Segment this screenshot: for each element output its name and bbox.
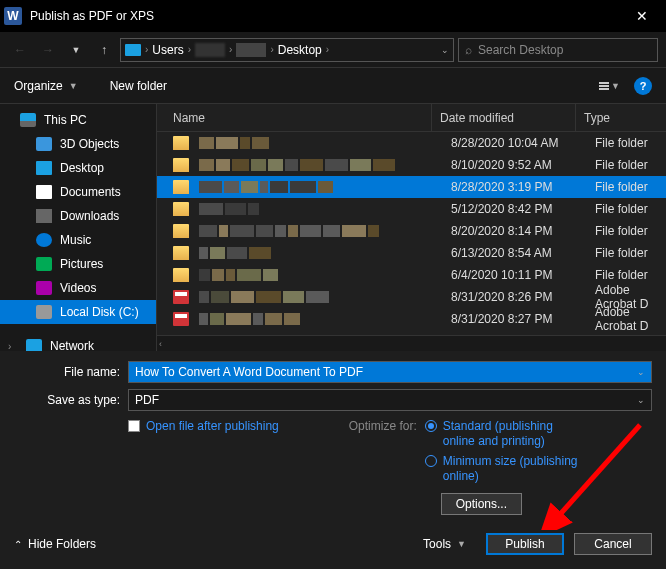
- chevron-right-icon: ›: [188, 44, 191, 55]
- chevron-right-icon: ›: [145, 44, 148, 55]
- nav-history-icon[interactable]: ▼: [64, 38, 88, 62]
- file-name-redacted: [199, 225, 445, 237]
- chevron-right-icon: ›: [229, 44, 232, 55]
- sidebar-item-downloads[interactable]: Downloads: [0, 204, 156, 228]
- sidebar-item-localdisk[interactable]: Local Disk (C:): [0, 300, 156, 324]
- scroll-bar[interactable]: ‹: [157, 335, 666, 351]
- sidebar: This PC 3D Objects Desktop Documents Dow…: [0, 104, 157, 351]
- folder-icon: [173, 202, 189, 216]
- file-name-redacted: [199, 137, 445, 149]
- file-row[interactable]: 8/10/2020 9:52 AMFile folder: [157, 154, 666, 176]
- file-list[interactable]: 8/28/2020 10:04 AMFile folder8/10/2020 9…: [157, 132, 666, 335]
- tools-menu[interactable]: Tools ▼: [423, 537, 466, 551]
- sidebar-item-network[interactable]: ›Network: [0, 334, 156, 351]
- chevron-down-icon: ⌃: [14, 539, 22, 550]
- file-type: File folder: [589, 268, 666, 282]
- file-date: 8/28/2020 10:04 AM: [445, 136, 589, 150]
- body-area: This PC 3D Objects Desktop Documents Dow…: [0, 104, 666, 351]
- new-folder-button[interactable]: New folder: [110, 79, 167, 93]
- search-icon: ⌕: [465, 43, 472, 57]
- column-name[interactable]: Name: [173, 111, 431, 125]
- file-area: Name Date modified Type 8/28/2020 10:04 …: [157, 104, 666, 351]
- file-row[interactable]: 8/31/2020 8:27 PMAdobe Acrobat D: [157, 308, 666, 330]
- column-type[interactable]: Type: [575, 104, 666, 131]
- nav-up-icon[interactable]: ↑: [92, 38, 116, 62]
- file-name-redacted: [199, 203, 445, 215]
- chevron-down-icon[interactable]: ⌄: [637, 367, 645, 377]
- breadcrumb[interactable]: › Users › › › Desktop › ⌄: [120, 38, 454, 62]
- view-mode-button[interactable]: ▼: [599, 81, 620, 91]
- chevron-down-icon: ▼: [611, 81, 620, 91]
- column-date[interactable]: Date modified: [431, 104, 575, 131]
- file-row[interactable]: 8/28/2020 10:04 AMFile folder: [157, 132, 666, 154]
- chevron-down-icon[interactable]: ⌄: [637, 395, 645, 405]
- chevron-down-icon: ▼: [457, 539, 466, 549]
- breadcrumb-dropdown-icon[interactable]: ⌄: [441, 45, 449, 55]
- sidebar-item-thispc[interactable]: This PC: [0, 108, 156, 132]
- radio-minimum[interactable]: Minimum size (publishing online): [425, 454, 583, 483]
- close-button[interactable]: ✕: [622, 8, 662, 24]
- file-type: File folder: [589, 246, 666, 260]
- network-icon: [26, 339, 42, 351]
- documents-icon: [36, 185, 52, 199]
- radio-icon: [425, 455, 437, 467]
- radio-standard[interactable]: Standard (publishing online and printing…: [425, 419, 583, 448]
- file-type: File folder: [589, 136, 666, 150]
- folder-icon: [173, 224, 189, 238]
- file-name-redacted: [199, 247, 445, 259]
- file-type: Adobe Acrobat D: [589, 305, 666, 333]
- file-row[interactable]: 8/20/2020 8:14 PMFile folder: [157, 220, 666, 242]
- pc-icon: [20, 113, 36, 127]
- videos-icon: [36, 281, 52, 295]
- file-type: File folder: [589, 224, 666, 238]
- file-date: 5/12/2020 8:42 PM: [445, 202, 589, 216]
- word-app-icon: W: [4, 7, 22, 25]
- desktop-icon: [36, 161, 52, 175]
- filename-label: File name:: [14, 365, 120, 379]
- open-after-checkbox[interactable]: Open file after publishing: [128, 419, 279, 433]
- file-date: 8/28/2020 3:19 PM: [445, 180, 589, 194]
- file-type: File folder: [589, 158, 666, 172]
- sidebar-item-3dobjects[interactable]: 3D Objects: [0, 132, 156, 156]
- options-button[interactable]: Options...: [441, 493, 522, 515]
- toolbar: Organize ▼ New folder ▼ ?: [0, 68, 666, 104]
- file-name-redacted: [199, 313, 445, 325]
- sidebar-item-music[interactable]: Music: [0, 228, 156, 252]
- saveas-select[interactable]: PDF ⌄: [128, 389, 652, 411]
- file-type: File folder: [589, 180, 666, 194]
- file-date: 8/10/2020 9:52 AM: [445, 158, 589, 172]
- nav-back-icon[interactable]: ←: [8, 38, 32, 62]
- checkbox-icon: [128, 420, 140, 432]
- window-title: Publish as PDF or XPS: [30, 9, 622, 23]
- search-placeholder: Search Desktop: [478, 43, 563, 57]
- file-row[interactable]: 6/13/2020 8:54 AMFile folder: [157, 242, 666, 264]
- breadcrumb-desktop[interactable]: Desktop: [278, 43, 322, 57]
- help-button[interactable]: ?: [634, 77, 652, 95]
- downloads-icon: [36, 209, 52, 223]
- cancel-button[interactable]: Cancel: [574, 533, 652, 555]
- publish-button[interactable]: Publish: [486, 533, 564, 555]
- file-date: 6/4/2020 10:11 PM: [445, 268, 589, 282]
- chevron-right-icon: ›: [326, 44, 329, 55]
- filename-input[interactable]: How To Convert A Word Document To PDF ⌄: [128, 361, 652, 383]
- publish-dialog: W Publish as PDF or XPS ✕ ← → ▼ ↑ › User…: [0, 0, 666, 569]
- pdf-icon: [173, 290, 189, 304]
- column-header-row: Name Date modified Type: [157, 104, 666, 132]
- file-name-redacted: [199, 159, 445, 171]
- folder-icon: [173, 268, 189, 282]
- sidebar-item-documents[interactable]: Documents: [0, 180, 156, 204]
- hide-folders-button[interactable]: ⌃ Hide Folders: [14, 537, 96, 551]
- folder-icon: [173, 158, 189, 172]
- file-date: 8/31/2020 8:26 PM: [445, 290, 589, 304]
- organize-menu[interactable]: Organize ▼: [14, 79, 78, 93]
- file-type: File folder: [589, 202, 666, 216]
- file-row[interactable]: 8/28/2020 3:19 PMFile folder: [157, 176, 666, 198]
- chevron-right-icon: ›: [270, 44, 273, 55]
- file-row[interactable]: 5/12/2020 8:42 PMFile folder: [157, 198, 666, 220]
- sidebar-item-pictures[interactable]: Pictures: [0, 252, 156, 276]
- search-input[interactable]: ⌕ Search Desktop: [458, 38, 658, 62]
- breadcrumb-users[interactable]: Users: [152, 43, 183, 57]
- sidebar-item-desktop[interactable]: Desktop: [0, 156, 156, 180]
- sidebar-item-videos[interactable]: Videos: [0, 276, 156, 300]
- nav-forward-icon[interactable]: →: [36, 38, 60, 62]
